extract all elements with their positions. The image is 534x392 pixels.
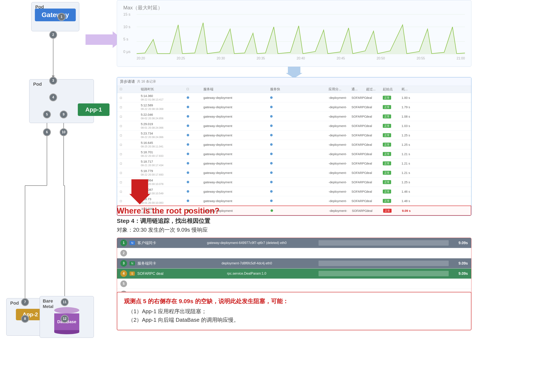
node-2: 2 (49, 31, 57, 39)
wf-bar-4 (319, 271, 449, 276)
wf-bar-3 (319, 261, 449, 266)
node-1: 1 (58, 13, 66, 21)
node-3: 3 (49, 77, 57, 85)
waterfall-row-5: 5 (117, 279, 471, 289)
table-row[interactable]: □5:18.71708-21 20:30:17.434gateway-deplo… (117, 159, 471, 168)
gateway-button[interactable]: Gateway (35, 9, 76, 21)
y-label-0: 0 μs (123, 50, 136, 54)
wf-num-4: 4 (120, 270, 127, 277)
bare-metal-label: Bare (43, 298, 53, 304)
pod-gateway: Pod Gateway (31, 2, 79, 31)
node-12: 12 (61, 315, 69, 323)
trace-table-panel: 异步请请 共 16 条记录 □ 链路时长 □ 服务端 服务快 应用分... 通.… (117, 77, 471, 216)
wf-duration-4: 9.09s (451, 271, 468, 276)
chart-to-table-arrow (286, 67, 302, 78)
pod-app2-label: Pod (10, 300, 19, 306)
wf-num-3: 3 (120, 260, 127, 267)
wf-duration-3: 9.09s (451, 261, 468, 266)
svg-marker-20 (286, 67, 302, 78)
wf-name-3: 服务端同卡 (137, 261, 179, 266)
wf-detail-4: rpc.service.DealParam:1.0 (182, 272, 312, 275)
wf-tag-3: N (130, 261, 135, 266)
node-9: 9 (60, 111, 68, 118)
root-cause-title: Where is the root position? (117, 206, 471, 215)
table-row[interactable]: □5:23.73408-22 20:38:24.066gateway-deplo… (117, 131, 471, 140)
pod-app1-label: Pod (33, 82, 42, 87)
trace-header-title: 异步请请 (120, 79, 135, 84)
y-label-5: 5 s (123, 37, 136, 42)
wf-detail-1: gateway-deployment-649977c9f7-qt6r7 (del… (182, 241, 312, 245)
x-label-5: 20:40 (297, 56, 305, 60)
y-label-15: 15 s (123, 12, 136, 17)
wf-tag-4: S (130, 271, 135, 276)
table-row[interactable]: □5:16.64508-25 20:38:11.041gateway-deplo… (117, 140, 471, 149)
node-10: 10 (60, 128, 68, 136)
waterfall-row-1: 1 N 客户端同卡 gateway-deployment-649977c9f7-… (117, 238, 471, 248)
root-cause-section: Where is the root position? Step 4：调用链追踪… (117, 206, 471, 299)
bottom-analysis: 观测点 5 的右侧存在 9.09s 的空缺，说明此处发生阻塞，可能： （1）Ap… (117, 292, 471, 330)
trace-col-headers: □ 链路时长 □ 服务端 服务快 应用分... 通... 超过... 起始点 耗… (117, 86, 471, 93)
node-7: 7 (21, 298, 29, 306)
svg-marker-21 (129, 179, 150, 204)
node-5: 5 (43, 111, 51, 118)
x-label-7: 20:50 (376, 56, 385, 60)
wf-detail-3: deployment-7d8f6fc5df-4dc4j eth0 (182, 261, 312, 265)
waterfall-panel: 1 N 客户端同卡 gateway-deployment-649977c9f7-… (117, 238, 471, 299)
table-row[interactable]: □5:18.77908-22 20:30:17.693gateway-deplo… (117, 168, 471, 177)
analysis-prefix: 观测点 5 的右侧存在 9.09s 的空缺，说明此处发生阻塞，可能： (124, 297, 464, 305)
red-arrow-icon (129, 179, 150, 204)
table-row[interactable]: □5:18.7308-01 20:30:10.083gateway-deploy… (117, 196, 471, 205)
x-label-4: 20:35 (257, 56, 265, 60)
table-row[interactable]: □5:13.08708-02 20:30:10.549gateway-deplo… (117, 187, 471, 196)
trace-header-count: 共 16 条记录 (137, 79, 156, 84)
chart-panel: Max（最大时延） 0 μs 5 s 10 s 15 s (117, 0, 471, 67)
waterfall-row-3: 3 N 服务端同卡 deployment-7d8f6fc5df-4dc4j et… (117, 258, 471, 269)
wf-num-2: 2 (120, 250, 127, 257)
wf-duration-1: 9.09s (451, 241, 468, 245)
root-cause-desc: 对象：20:30 发生的一次 9.09s 慢响应 (117, 226, 471, 233)
x-label-9: 21:00 (457, 56, 465, 60)
x-label-3: 20:30 (216, 56, 225, 60)
wf-bar-1 (319, 240, 449, 246)
chart-area: 0 μs 5 s 10 s 15 s 20:20 20:25 (123, 12, 465, 60)
x-label-1: 20:20 (137, 56, 145, 60)
wf-tag-1: N (130, 241, 135, 245)
table-row[interactable]: □5:18.70108-22 20:30:17.833gateway-deplo… (117, 149, 471, 159)
right-panel: Max（最大时延） 0 μs 5 s 10 s 15 s (113, 0, 526, 392)
node-8: 8 (21, 315, 29, 323)
chart-svg (137, 12, 465, 56)
node-11: 11 (61, 298, 69, 306)
table-row[interactable]: □5:12.58908-22 20:38:19.368gateway-deplo… (117, 102, 471, 112)
waterfall-row-2: 2 (117, 248, 471, 258)
wf-name-4: SOFARPC deal (137, 271, 179, 276)
wf-num-1: 1 (120, 240, 127, 246)
table-row[interactable]: □5:22.04608-02 20:38:24.856gateway-deplo… (117, 112, 471, 121)
analysis-item-2: （2）App-1 向后端 DataBase 的调用响应慢。 (128, 316, 464, 324)
y-label-10: 10 s (123, 25, 136, 29)
node-4: 4 (49, 93, 57, 101)
node-6: 6 (43, 128, 51, 136)
analysis-item-1: （1）App-1 应用程序出现阻塞； (128, 308, 464, 315)
bare-metal-sub: Metal (43, 304, 53, 309)
topology-panel: Pod Gateway 1 2 Pod App-1 3 4 5 6 9 10 P… (0, 0, 108, 392)
x-label-2: 20:25 (177, 56, 185, 60)
trace-table-header: 异步请请 共 16 条记录 (117, 77, 471, 86)
chart-title: Max（最大时延） (123, 4, 465, 11)
table-row[interactable]: □5:14.36008-22 01:08:13.417gateway-deplo… (117, 93, 471, 102)
waterfall-row-4: 4 S SOFARPC deal rpc.service.DealParam:1… (117, 269, 471, 279)
root-cause-step: Step 4：调用链追踪，找出根因位置 (117, 217, 471, 225)
table-row[interactable]: □5:14.86408-22 20:30:10.078gateway-deplo… (117, 177, 471, 187)
x-label-8: 20:55 (417, 56, 425, 60)
wf-bar-2 (134, 250, 468, 256)
wf-name-1: 客户端同卡 (137, 240, 179, 245)
x-label-6: 20:45 (337, 56, 345, 60)
wf-num-5: 5 (120, 280, 127, 287)
app1-button[interactable]: App-1 (78, 103, 109, 116)
table-row[interactable]: □5:29.01908-01 20:38:24.066gateway-deplo… (117, 121, 471, 131)
